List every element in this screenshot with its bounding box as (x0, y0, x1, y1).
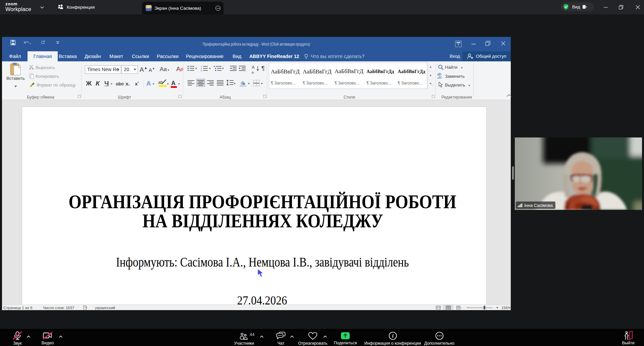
svg-text:x: x (86, 306, 87, 309)
svg-text:3: 3 (201, 70, 202, 72)
svg-text:i: i (392, 334, 393, 339)
